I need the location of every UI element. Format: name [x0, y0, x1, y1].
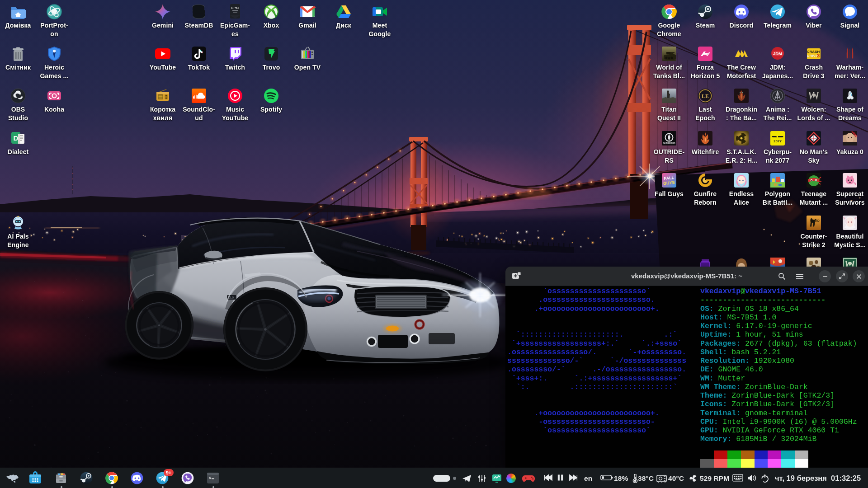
svg-text:LE: LE	[702, 93, 709, 99]
svg-text:2077: 2077	[774, 139, 782, 143]
svg-text:JDM: JDM	[773, 51, 782, 56]
svg-text:D: D	[14, 134, 19, 142]
svg-text:GO: GO	[814, 219, 820, 223]
svg-text:3: 3	[817, 53, 820, 58]
svg-text:$: $	[209, 476, 211, 480]
svg-text:EPIC: EPIC	[231, 6, 239, 9]
svg-text:OUTRIDERS: OUTRIDERS	[663, 142, 675, 145]
